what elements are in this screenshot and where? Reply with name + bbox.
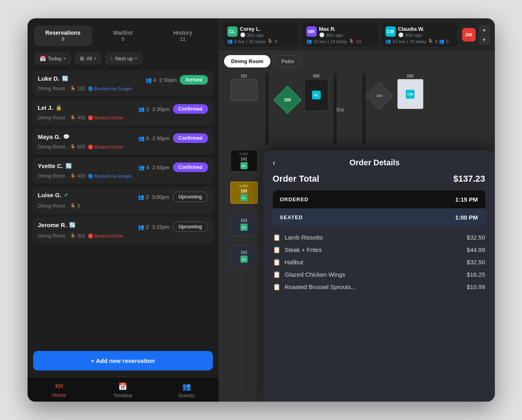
reservations-list: Luke D. 🔄 👥 4 2:30pm Arrived Dining Room… [28, 70, 218, 347]
odp-header: ‹ Order Details [263, 150, 495, 174]
expand-button[interactable]: ▼ [479, 35, 490, 45]
home-icon: 🍽 [56, 382, 63, 390]
table-row[interactable]: Luke D. 🔄 👥 4 2:30pm Arrived Dining Room… [32, 70, 214, 96]
seated-row: SEATED 1:00 PM [273, 208, 485, 226]
left-panel: Reservations 9 Waitlist 5 History 11 📅 T… [28, 18, 218, 402]
status-badge: Confirmed [173, 133, 208, 143]
order-items: 📋 Lamb Rissotto $32.50 📋 Steak + Frites … [273, 234, 485, 291]
list-item: 📋 Halibut $32.50 [273, 258, 485, 266]
list-item: 📋 Roasted Brussel Sprouts... $10.99 [273, 283, 485, 291]
expand-collapse-buttons: ▲ ▼ [479, 25, 490, 45]
add-reservation-button[interactable]: + Add new reservation [33, 351, 213, 370]
staff-card-claudia[interactable]: CW Claudia W. 🕐 30m ago 👥 14 live | 24 t… [381, 22, 457, 47]
filter-all[interactable]: ⊞ All ▾ [74, 52, 101, 65]
tabs-header: Reservations 9 Waitlist 5 History 11 [28, 18, 218, 50]
divider-2 [333, 73, 337, 145]
odp-body: Order Total $137.23 ORDERED 1:15 PM SEAT… [263, 174, 495, 402]
food-icon: 📋 [273, 234, 281, 241]
tab-reservations[interactable]: Reservations 9 [34, 26, 92, 46]
nav-guests[interactable]: 👥 Guests [155, 382, 218, 398]
status-badge: Arrived [180, 75, 208, 85]
order-details-panel: ‹ Order Details Order Total $137.23 ORDE… [263, 150, 495, 402]
staff-header: CL Corey L. 🕐 30m ago 👥 8 live | 20 toda… [218, 18, 495, 51]
tab-dining-room[interactable]: Dining Room [224, 55, 271, 67]
divider-3 [362, 73, 365, 145]
filters-row: 📅 Today ▾ ⊞ All ▾ ↑ Next up ▾ [28, 50, 218, 70]
status-badge: Upcoming [173, 192, 208, 202]
food-icon: 📋 [273, 246, 281, 254]
table-row[interactable]: Yvette C. 🔄 👥 4 2:45pm Confirmed Dining … [32, 158, 214, 184]
avatar: CL [227, 26, 238, 37]
table-row[interactable]: Luise G. ✔ 👥 2 3:00pm Upcoming Dining Ro… [32, 187, 214, 214]
list-item: 📋 Steak + Frites $44.99 [273, 246, 485, 254]
tab-patio[interactable]: Patio [274, 55, 302, 67]
table-500[interactable]: 500 CW [397, 74, 423, 109]
table-300[interactable]: 300 CL [304, 74, 328, 111]
guests-icon: 👥 [182, 382, 191, 391]
ordered-row: ORDERED 1:15 PM [273, 190, 485, 208]
order-time-block: ORDERED 1:15 PM SEATED 1:00 PM [273, 190, 485, 226]
filter-today[interactable]: 📅 Today ▾ [34, 52, 71, 65]
right-panel: CL Corey L. 🕐 30m ago 👥 8 live | 20 toda… [218, 18, 495, 402]
food-icon: 📋 [273, 283, 281, 291]
tab-history[interactable]: History 11 [154, 26, 212, 46]
avatar: CW [385, 26, 396, 37]
list-item: 📋 Glazed Chicken Wings $16.25 [273, 271, 485, 278]
table-103[interactable]: 4:30P 103 CL [230, 182, 258, 204]
avatar: MR [306, 26, 317, 37]
table-105[interactable]: 105 CL [230, 246, 258, 267]
table-400-diamond[interactable]: 400 [369, 86, 389, 106]
status-badge: Confirmed [173, 162, 208, 172]
table-104[interactable]: 104 CL [230, 214, 258, 236]
table-100[interactable]: 2:30P 102 CL [230, 150, 258, 172]
table-200[interactable]: 200 [278, 90, 298, 110]
tab-waitlist[interactable]: Waitlist 5 [94, 26, 152, 46]
bottom-nav: 🍽 Home 📅 Timeline 👥 Guests [28, 377, 218, 402]
nav-home[interactable]: 🍽 Home [28, 382, 91, 398]
food-icon: 📋 [273, 271, 281, 278]
divider-1 [266, 73, 269, 145]
staff-card-max[interactable]: MR Max R. 🕐 30m ago 👥 10 live | 24 today [302, 22, 378, 47]
order-total-row: Order Total $137.23 [273, 174, 485, 184]
nav-timeline[interactable]: 📅 Timeline [91, 382, 155, 398]
status-badge: Upcoming [173, 222, 208, 232]
table-row[interactable]: Lei J. 🔒 👥 2 2:30pm Confirmed Dining Roo… [32, 99, 214, 125]
table-row[interactable]: Jerome R. 🔄 👥 2 3:15pm Upcoming Dining R… [32, 217, 214, 244]
status-badge: Confirmed [173, 104, 208, 114]
food-icon: 📋 [273, 258, 281, 266]
staff-card-corey[interactable]: CL Corey L. 🕐 30m ago 👥 8 live | 20 toda… [223, 22, 299, 47]
back-button[interactable]: ‹ [273, 158, 276, 167]
avatar-dm[interactable]: DM [462, 28, 476, 42]
list-item: 📋 Lamb Rissotto $32.50 [273, 234, 485, 241]
timeline-icon: 📅 [118, 382, 127, 391]
table-row[interactable]: Maya G. 💬 👥 6 2:30pm Confirmed Dining Ro… [32, 129, 214, 155]
collapse-button[interactable]: ▲ [479, 25, 490, 34]
floor-tabs: Dining Room Patio [218, 51, 495, 70]
bar-label: Bar [337, 107, 345, 113]
filter-nextup[interactable]: ↑ Next up ▾ [105, 52, 143, 65]
table-101[interactable]: 101 [230, 74, 258, 101]
